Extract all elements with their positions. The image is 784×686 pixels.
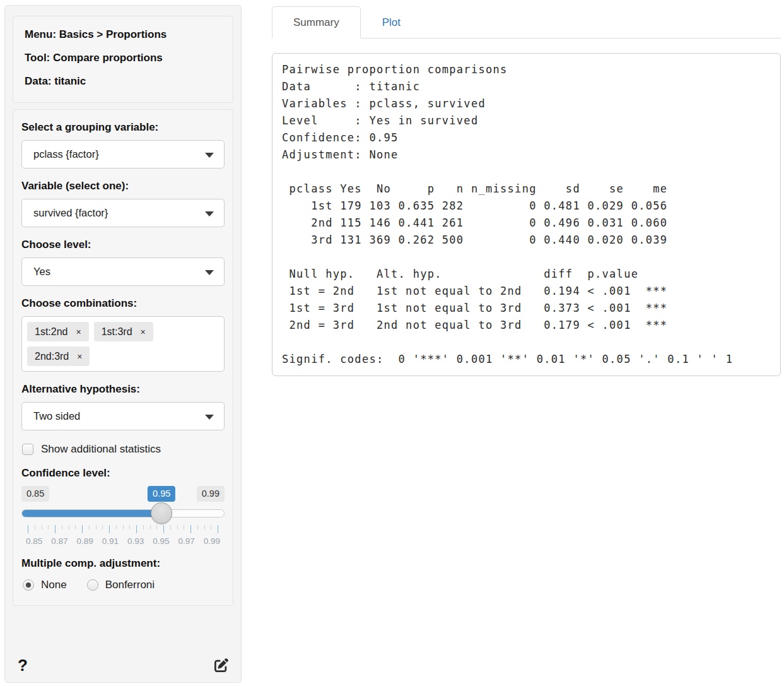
combinations-input[interactable]: 1st:2nd × 1st:3rd × 2nd:3rd × [21,316,225,372]
tab-bar: Summary Plot [272,6,781,38]
combination-token-label: 1st:3rd [102,326,132,338]
slider-min-badge: 0.85 [21,486,49,502]
adjustment-option-label: None [41,579,67,591]
alternative-hypothesis-value: Two sided [33,410,80,422]
combination-token-label: 2nd:3rd [35,351,69,362]
confidence-level-slider: 0.85 0.95 0.99 0.85 0.87 0.89 0.91 0.93 … [21,486,225,546]
tool-name: Tool: Compare proportions [25,52,221,64]
summary-output-box: Pairwise proportion comparisons Data : t… [272,53,781,376]
tick-label: 0.97 [174,536,199,546]
chevron-down-icon [205,211,214,216]
slider-track[interactable] [21,509,225,517]
tool-summary-panel: Menu: Basics > Proportions Tool: Compare… [13,16,233,103]
slider-fill [22,510,161,517]
alternative-hypothesis-select[interactable]: Two sided [21,402,225,430]
combination-token-label: 1st:2nd [35,326,67,338]
slider-tick-labels: 0.85 0.87 0.89 0.91 0.93 0.95 0.97 0.99 [21,536,225,546]
radio-selected-icon[interactable] [23,579,34,591]
dataset-name: Data: titanic [25,75,221,88]
tick-label: 0.91 [98,536,123,546]
variable-select[interactable]: survived {factor} [21,199,225,227]
chevron-down-icon [205,415,214,420]
level-value: Yes [33,266,50,278]
remove-token-icon[interactable]: × [141,327,146,337]
variable-label: Variable (select one): [21,180,225,192]
combinations-label: Choose combinations: [21,297,225,310]
grouping-variable-value: pclass {factor} [33,148,99,160]
slider-value-badge: 0.95 [148,486,175,502]
remove-token-icon[interactable]: × [77,352,82,362]
chevron-down-icon [205,270,214,275]
edit-report-icon[interactable] [214,658,228,672]
summary-output-text: Pairwise proportion comparisons Data : t… [282,61,771,368]
help-icon[interactable]: ? [18,657,28,673]
show-additional-statistics-checkbox[interactable] [22,444,33,455]
adjustment-radio-bonferroni[interactable]: Bonferroni [87,579,155,591]
grouping-variable-label: Select a grouping variable: [21,121,225,134]
tick-label: 0.93 [123,536,148,546]
adjustment-option-label: Bonferroni [105,579,155,591]
tab-plot[interactable]: Plot [361,6,422,38]
grouping-variable-select[interactable]: pclass {factor} [21,140,225,169]
level-select[interactable]: Yes [21,257,225,286]
menu-breadcrumb: Menu: Basics > Proportions [25,28,221,41]
combination-token[interactable]: 1st:3rd × [94,322,153,341]
adjustment-radio-none[interactable]: None [23,579,67,591]
variable-value: survived {factor} [33,207,108,219]
slider-handle[interactable] [151,502,172,524]
sidebar: Menu: Basics > Proportions Tool: Compare… [4,5,242,683]
radio-unselected-icon[interactable] [87,579,98,591]
combination-token[interactable]: 2nd:3rd × [27,346,90,366]
slider-ticks [28,525,218,533]
level-label: Choose level: [21,239,225,251]
confidence-level-label: Confidence level: [21,467,225,480]
slider-max-badge: 0.99 [197,486,225,502]
adjustment-label: Multiple comp. adjustment: [21,557,225,570]
combination-token[interactable]: 1st:2nd × [27,322,89,341]
controls-panel: Select a grouping variable: pclass {fact… [13,109,233,606]
main-panel: Summary Plot Pairwise proportion compari… [272,6,781,376]
remove-token-icon[interactable]: × [76,327,81,337]
show-additional-statistics-label: Show additional statistics [41,443,161,456]
alternative-hypothesis-label: Alternative hypothesis: [21,383,225,396]
tab-summary[interactable]: Summary [272,6,361,38]
tick-label: 0.89 [73,536,98,546]
chevron-down-icon [205,153,214,158]
tick-label: 0.95 [148,536,173,546]
tick-label: 0.87 [47,536,72,546]
tick-label: 0.99 [199,536,225,546]
tick-label: 0.85 [21,536,47,546]
